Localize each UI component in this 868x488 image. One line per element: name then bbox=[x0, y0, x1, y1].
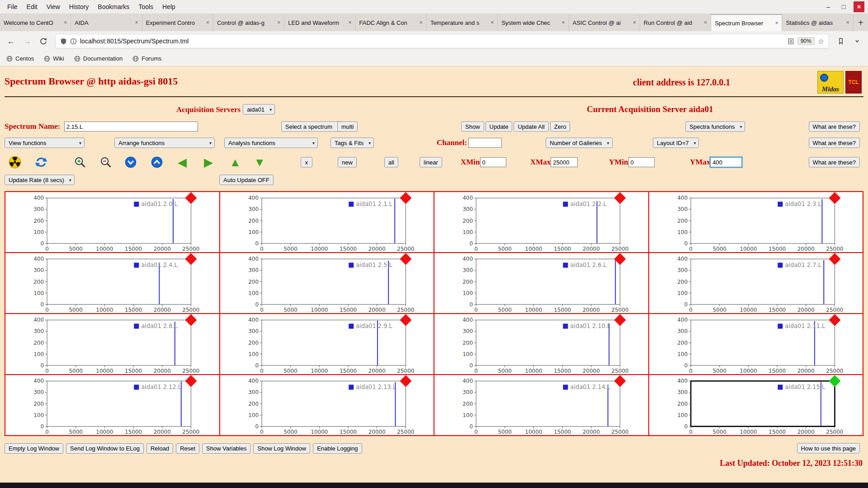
move-left-icon[interactable]: ◀ bbox=[175, 155, 190, 170]
channel-input[interactable] bbox=[468, 138, 502, 148]
spectrum-plot-2-15-l[interactable]: 01002003004000500010000150002000025000ai… bbox=[649, 375, 863, 436]
menu-tools[interactable]: Tools bbox=[134, 2, 158, 12]
tab-welcome-to-cento[interactable]: Welcome to CentO× bbox=[0, 14, 71, 31]
ymin-input[interactable] bbox=[628, 157, 655, 167]
show-button[interactable]: Show bbox=[461, 122, 484, 132]
menu-history[interactable]: History bbox=[65, 2, 94, 12]
zero-button[interactable]: Zero bbox=[550, 122, 571, 132]
forward-button[interactable]: → bbox=[21, 35, 33, 47]
spectrum-plot-2-4-l[interactable]: 01002003004000500010000150002000025000ai… bbox=[5, 253, 220, 314]
tab-close-icon[interactable]: × bbox=[277, 19, 280, 26]
tab-fadc-align-con[interactable]: FADC Align & Con× bbox=[356, 14, 427, 31]
select-spectrum-dropdown[interactable]: Select a spectrum bbox=[281, 122, 343, 132]
zoom-level-badge[interactable]: 90% bbox=[797, 37, 815, 45]
move-right-icon[interactable]: ▶ bbox=[201, 155, 216, 170]
bookmark-wiki[interactable]: Wiki bbox=[44, 55, 64, 62]
what-are-these-button-2[interactable]: What are these? bbox=[809, 138, 860, 148]
what-are-these-button-3[interactable]: What are these? bbox=[809, 157, 860, 168]
what-are-these-button-1[interactable]: What are these? bbox=[809, 122, 860, 132]
multi-button[interactable]: multi bbox=[337, 122, 358, 132]
empty-log-window-button[interactable]: Empty Log Window bbox=[5, 443, 63, 454]
reload-button[interactable]: Reload bbox=[146, 443, 173, 454]
tab-asic-control-ai[interactable]: ASIC Control @ ai× bbox=[569, 14, 640, 31]
update-rate-dropdown[interactable]: Update Rate (8 secs) bbox=[5, 175, 75, 185]
url-text[interactable]: localhost:8015/Spectrum/Spectrum.tml bbox=[80, 38, 189, 45]
layout-id-dropdown[interactable]: Layout ID=7 bbox=[653, 138, 699, 148]
page-info-icon[interactable] bbox=[70, 38, 77, 45]
spectrum-plot-2-13-l[interactable]: 01002003004000500010000150002000025000ai… bbox=[220, 375, 434, 436]
spectrum-name-input[interactable] bbox=[64, 122, 198, 131]
spectrum-plot-2-0-l[interactable]: 01002003004000500010000150002000025000ai… bbox=[5, 192, 220, 253]
blue-circle-down-icon[interactable] bbox=[123, 155, 138, 170]
number-of-galleries-dropdown[interactable]: Number of Galleries bbox=[546, 138, 613, 148]
view-functions-dropdown[interactable]: View functions bbox=[5, 138, 85, 148]
acquisition-server-select[interactable]: aida01 bbox=[243, 104, 275, 115]
overflow-chevron-icon[interactable] bbox=[851, 35, 863, 47]
reader-mode-icon[interactable] bbox=[788, 38, 794, 45]
spectrum-plot-2-14-l[interactable]: 01002003004000500010000150002000025000ai… bbox=[434, 375, 649, 436]
new-button[interactable]: new bbox=[338, 157, 357, 168]
bookmark-documentation[interactable]: Documentation bbox=[74, 55, 123, 62]
zoom-in-icon[interactable] bbox=[72, 155, 88, 170]
bookmark-star-icon[interactable]: ☆ bbox=[818, 37, 824, 46]
how-to-use-button[interactable]: How to use this page bbox=[797, 443, 860, 454]
linear-button[interactable]: linear bbox=[420, 157, 442, 168]
tags-fits-dropdown[interactable]: Tags & Fits bbox=[330, 138, 374, 148]
tab-temperature-and-s[interactable]: Temperature and s× bbox=[427, 14, 498, 31]
tab-aida[interactable]: AIDA× bbox=[71, 14, 142, 31]
tab-spectrum-browser[interactable]: Spectrum Browser× bbox=[711, 14, 782, 31]
all-button[interactable]: all bbox=[384, 157, 398, 168]
tab-close-icon[interactable]: × bbox=[206, 19, 209, 26]
spectrum-plot-2-3-l[interactable]: 01002003004000500010000150002000025000ai… bbox=[649, 192, 863, 253]
enable-logging-button[interactable]: Enable Logging bbox=[313, 443, 362, 454]
blue-circle-up-icon[interactable] bbox=[149, 155, 165, 170]
move-up-icon[interactable]: ▲ bbox=[227, 155, 243, 170]
menu-bookmarks[interactable]: Bookmarks bbox=[93, 2, 134, 12]
tab-close-icon[interactable]: × bbox=[704, 19, 707, 26]
maximize-button[interactable]: □ bbox=[838, 1, 849, 12]
new-tab-button[interactable]: + bbox=[854, 14, 868, 31]
tab-close-icon[interactable]: × bbox=[633, 19, 636, 26]
close-button[interactable]: × bbox=[854, 1, 864, 12]
tab-close-icon[interactable]: × bbox=[846, 19, 849, 26]
move-down-icon[interactable]: ▼ bbox=[252, 155, 267, 170]
reset-button[interactable]: Reset bbox=[176, 443, 199, 454]
auto-update-button[interactable]: Auto Update OFF bbox=[219, 175, 274, 185]
ymax-input[interactable] bbox=[710, 157, 742, 167]
tab-close-icon[interactable]: × bbox=[491, 19, 494, 26]
bookmark-forums[interactable]: Forums bbox=[132, 55, 161, 62]
tab-close-icon[interactable]: × bbox=[775, 20, 778, 26]
x-button[interactable]: x bbox=[301, 157, 312, 168]
spectra-functions-dropdown[interactable]: Spectra functions bbox=[685, 122, 745, 132]
update-all-button[interactable]: Update All bbox=[514, 122, 548, 132]
show-log-window-button[interactable]: Show Log Window bbox=[253, 443, 310, 454]
xmax-input[interactable] bbox=[551, 157, 578, 167]
tab-experiment-contro[interactable]: Experiment Contro× bbox=[142, 14, 213, 31]
back-button[interactable]: ← bbox=[5, 35, 17, 47]
xmin-input[interactable] bbox=[480, 157, 506, 167]
menu-help[interactable]: Help bbox=[158, 2, 180, 12]
save-page-icon[interactable] bbox=[835, 35, 847, 47]
tab-close-icon[interactable]: × bbox=[64, 19, 67, 26]
tab-close-icon[interactable]: × bbox=[561, 19, 565, 26]
arrange-functions-dropdown[interactable]: Arrange functions bbox=[114, 138, 215, 148]
tab-control-aidas-g[interactable]: Control @ aidas-g× bbox=[213, 14, 284, 31]
spectrum-plot-2-11-l[interactable]: 01002003004000500010000150002000025000ai… bbox=[649, 314, 863, 375]
tab-led-and-waveform[interactable]: LED and Waveform× bbox=[284, 14, 355, 31]
tab-run-control-aid[interactable]: Run Control @ aid× bbox=[640, 14, 711, 31]
url-bar[interactable]: localhost:8015/Spectrum/Spectrum.tml 90%… bbox=[55, 34, 829, 48]
refresh-icon[interactable] bbox=[33, 155, 49, 170]
spectrum-plot-2-9-l[interactable]: 01002003004000500010000150002000025000ai… bbox=[220, 314, 434, 375]
menu-edit[interactable]: Edit bbox=[22, 2, 42, 12]
menu-view[interactable]: View bbox=[42, 2, 65, 12]
zoom-out-icon[interactable] bbox=[98, 155, 113, 170]
spectrum-plot-2-2-l[interactable]: 01002003004000500010000150002000025000ai… bbox=[434, 192, 649, 253]
update-button[interactable]: Update bbox=[486, 122, 513, 132]
reload-button[interactable] bbox=[37, 35, 50, 47]
bookmark-centos[interactable]: Centos bbox=[6, 55, 34, 62]
tab-statistics-aidas[interactable]: Statistics @ aidas× bbox=[782, 14, 853, 31]
minimize-button[interactable]: – bbox=[823, 1, 834, 12]
analysis-functions-dropdown[interactable]: Analysis functions bbox=[224, 138, 318, 148]
spectrum-plot-2-1-l[interactable]: 01002003004000500010000150002000025000ai… bbox=[220, 192, 434, 253]
spectrum-plot-2-8-l[interactable]: 01002003004000500010000150002000025000ai… bbox=[5, 314, 220, 375]
